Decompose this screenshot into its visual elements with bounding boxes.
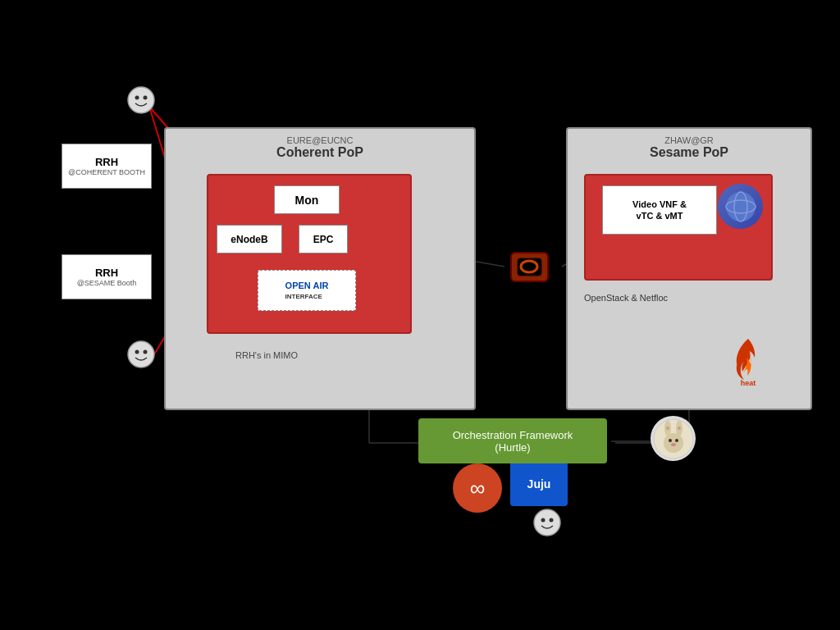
orchestration-box: Orchestration Framework (Hurtle) [418, 418, 607, 463]
red-inner-box-left: Mon eNodeB EPC OPEN AIRINTERFACE [207, 174, 412, 334]
svg-point-10 [726, 192, 756, 221]
svg-point-26 [128, 87, 154, 113]
left-pop-site: EURE@EUCNC [276, 135, 363, 145]
left-pop: EURE@EUCNC Coherent PoP RRH's in MIMO Mo… [164, 127, 476, 410]
svg-point-21 [669, 439, 672, 442]
enodeb-box: eNodeB [217, 225, 282, 253]
heat-flame-icon: heat [724, 332, 773, 390]
openair-logo: OPEN AIRINTERFACE [258, 270, 356, 311]
right-pop-name: Sesame PoP [650, 145, 728, 160]
svg-point-30 [135, 350, 139, 354]
svg-point-23 [671, 443, 676, 446]
right-pop: ZHAW@GR Sesame PoP Video VNF & vTC & vMT… [566, 127, 812, 410]
left-pop-name: Coherent PoP [276, 145, 363, 160]
mon-box: Mon [274, 185, 340, 214]
right-pop-label: ZHAW@GR Sesame PoP [650, 135, 728, 160]
svg-point-31 [144, 350, 148, 354]
epc-box: EPC [299, 225, 348, 253]
connector-3d-icon [500, 238, 558, 295]
right-pop-site: ZHAW@GR [650, 135, 728, 145]
sesame-sphere-icon [718, 184, 763, 229]
svg-point-27 [135, 96, 139, 100]
orchestration-label: Orchestration Framework (Hurtle) [453, 429, 573, 454]
avatar-top [127, 86, 156, 121]
mojo-icon: ∞ [453, 463, 502, 513]
svg-point-33 [541, 518, 546, 523]
juju-label: Juju [527, 477, 551, 491]
left-pop-label: EURE@EUCNC Coherent PoP [276, 135, 363, 160]
video-vnf-box: Video VNF & vTC & vMT [602, 185, 717, 235]
svg-point-25 [678, 427, 681, 430]
rrh-bottom-box: RRH @SESAME Booth [62, 254, 152, 299]
rrh-top-box: RRH @COHERENT BOOTH [62, 144, 152, 189]
diagram-area: EURE@EUCNC Coherent PoP RRH's in MIMO Mo… [0, 0, 840, 630]
red-inner-box-right: Video VNF & vTC & vMT [584, 174, 773, 281]
svg-point-28 [144, 96, 148, 100]
mimo-label: RRH's in MIMO [235, 350, 298, 360]
avatar-mid [127, 340, 156, 375]
svg-point-22 [675, 439, 678, 442]
svg-text:heat: heat [741, 379, 756, 387]
svg-point-24 [666, 427, 669, 430]
avatar-bot [533, 509, 562, 543]
svg-point-32 [534, 509, 560, 536]
hurtle-rabbit-icon [651, 416, 696, 461]
openstack-label: OpenStack & Netfloc [584, 293, 668, 303]
juju-box: Juju [510, 461, 568, 506]
svg-point-34 [550, 518, 554, 523]
svg-point-29 [128, 341, 154, 368]
